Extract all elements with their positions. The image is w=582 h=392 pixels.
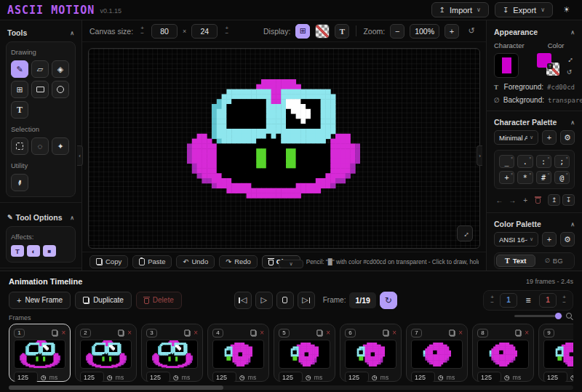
export-button[interactable]: ↧ Export ∨ (495, 2, 553, 17)
color-preset-select[interactable]: ANSI 16-Col ∨ (494, 232, 538, 247)
frame-card[interactable]: 7×125◷ms (406, 324, 468, 382)
duplicate-frame-icon[interactable] (52, 329, 58, 336)
fill-tool-button[interactable]: ◈ (52, 60, 69, 78)
paste-button[interactable]: Paste (132, 255, 172, 268)
delete-frame-icon[interactable]: × (61, 329, 65, 337)
duplicate-frame-icon[interactable] (450, 329, 455, 336)
character-palette-settings-button[interactable]: ⚙ (560, 130, 575, 145)
text-color-tab[interactable]: T Text (496, 255, 535, 267)
collapse-timeline-handle[interactable]: ∨ (279, 260, 303, 268)
duplicate-frame-icon[interactable] (119, 329, 124, 336)
grid-fill-tool-button[interactable]: ⊞ (11, 81, 28, 98)
import-characters-button[interactable]: ↧ (562, 194, 575, 206)
remove-character-icon[interactable]: × (511, 171, 514, 176)
delete-frame-icon[interactable]: × (392, 329, 396, 337)
character-button[interactable]: *× (517, 171, 533, 184)
duplicate-frame-icon[interactable] (251, 329, 257, 336)
ellipse-tool-button[interactable] (52, 81, 69, 98)
play-button[interactable]: ▷ (255, 292, 273, 309)
color-palette-settings-button[interactable]: ⚙ (560, 232, 575, 247)
duplicate-frame-button[interactable]: Duplicate (75, 292, 132, 309)
pencil-tool-button[interactable]: ✎ (11, 60, 28, 78)
onion-prev-count[interactable]: 1 (500, 293, 517, 308)
delete-frame-icon[interactable]: × (194, 329, 198, 337)
frames-scrollbar[interactable] (9, 385, 573, 390)
delete-frame-icon[interactable]: × (127, 329, 132, 337)
text-tool-button[interactable]: T (11, 101, 28, 119)
onion-prev-stepper[interactable]: +− (488, 295, 496, 305)
duplicate-frame-icon[interactable] (516, 329, 522, 336)
frame-card[interactable]: 2×125◷ms (75, 324, 137, 382)
frame-card[interactable]: 1×125◷ms (9, 324, 71, 382)
delete-character-button[interactable] (533, 194, 543, 206)
display-grid-toggle[interactable]: ⊞ (295, 24, 310, 39)
lasso-tool-button[interactable]: ◌ (31, 137, 49, 155)
frame-duration-input[interactable]: 125 (345, 372, 369, 382)
character-button[interactable]: .× (517, 155, 533, 168)
character-preview[interactable] (494, 53, 519, 78)
add-character-palette-button[interactable]: + (542, 130, 557, 145)
undo-button[interactable]: ↶Undo (176, 255, 215, 268)
tool-options-header[interactable]: ✎ Tool Options ∧ (6, 208, 76, 226)
rect-select-tool-button[interactable] (11, 137, 28, 155)
delete-frame-icon[interactable]: × (458, 329, 463, 337)
frame-card[interactable]: 8×125◷ms (472, 324, 534, 382)
character-button[interactable]: :× (536, 155, 551, 168)
eraser-tool-button[interactable]: ▱ (31, 60, 49, 78)
remove-character-icon[interactable]: × (565, 155, 568, 160)
frame-duration-input[interactable]: 125 (543, 372, 567, 382)
affects-background-badge[interactable]: ■ (43, 245, 56, 257)
frame-thumbnail[interactable] (279, 340, 330, 369)
canvas-height-stepper[interactable]: +− (223, 26, 231, 36)
canvas-width-stepper[interactable]: +− (138, 26, 146, 36)
character-preset-select[interactable]: Minimal ASC ∨ (494, 130, 538, 145)
zoom-in-button[interactable]: + (445, 24, 459, 39)
copy-button[interactable]: Copy (89, 255, 128, 268)
skip-to-start-button[interactable]: ◁ (234, 292, 252, 309)
character-button[interactable]: _× (499, 155, 514, 168)
character-button[interactable]: #× (536, 171, 551, 184)
canvas-height-input[interactable]: 24 (191, 24, 218, 39)
remove-character-icon[interactable]: × (565, 171, 568, 176)
collapse-right-panel-handle[interactable]: › (477, 145, 482, 166)
remove-character-icon[interactable]: × (547, 171, 550, 176)
tools-panel-header[interactable]: Tools ∧ (6, 23, 76, 41)
remove-character-icon[interactable]: × (529, 155, 532, 160)
scrollbar-thumb[interactable] (9, 385, 223, 390)
skip-to-end-button[interactable]: ▷ (298, 292, 315, 309)
slider-knob[interactable] (555, 313, 562, 319)
new-frame-button[interactable]: + New Frame (9, 292, 71, 309)
move-character-left-button[interactable]: ← (494, 194, 505, 206)
collapse-left-panel-handle[interactable]: ‹ (77, 145, 83, 166)
zoom-reset-button[interactable]: ↺ (464, 24, 479, 39)
frame-duration-input[interactable]: 125 (212, 372, 236, 382)
move-character-right-button[interactable]: → (507, 194, 518, 206)
stop-button[interactable] (276, 292, 294, 309)
redo-button[interactable]: ↷Redo (219, 255, 258, 268)
export-characters-button[interactable]: ↥ (548, 194, 560, 206)
appearance-header[interactable]: Appearance ∧ (494, 22, 575, 40)
duplicate-frame-icon[interactable] (383, 329, 389, 336)
frame-card[interactable]: 6×125◷ms (340, 324, 402, 382)
affects-character-badge[interactable]: T (11, 245, 24, 257)
eyedropper-tool-button[interactable]: ✒ (11, 174, 28, 191)
add-character-button[interactable]: + (520, 194, 531, 206)
rectangle-tool-button[interactable] (31, 81, 49, 98)
remove-character-icon[interactable]: × (529, 171, 532, 176)
import-button[interactable]: ↥ Import ∨ (431, 2, 489, 17)
frame-card[interactable]: 9×125◷ms (538, 324, 573, 382)
duplicate-frame-icon[interactable] (317, 329, 323, 336)
timeline-zoom-slider[interactable] (514, 313, 572, 319)
magic-wand-tool-button[interactable]: ✦ (52, 137, 69, 155)
character-palette-header[interactable]: Character Palette ∧ (494, 118, 575, 130)
onion-next-count[interactable]: 1 (539, 293, 557, 308)
frame-card[interactable]: 5×125◷ms (274, 324, 335, 382)
frame-thumbnail[interactable] (212, 340, 264, 369)
frame-duration-input[interactable]: 125 (279, 372, 303, 382)
onion-skin-toggle[interactable]: ≡ (521, 293, 535, 308)
remove-character-icon[interactable]: × (511, 155, 514, 160)
frame-thumbnail[interactable] (146, 340, 198, 369)
character-button[interactable]: ;× (554, 155, 570, 168)
frame-card[interactable]: 3×125◷ms (141, 324, 203, 382)
delete-frame-icon[interactable]: × (326, 329, 330, 337)
